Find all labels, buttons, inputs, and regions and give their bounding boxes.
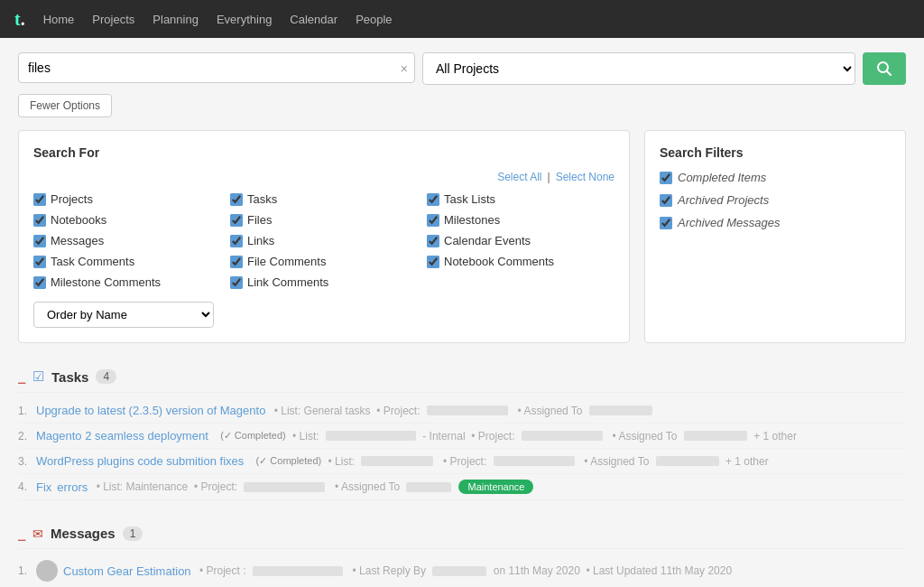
- search-for-header: Select All | Select None: [33, 171, 614, 183]
- task-meta: • List: Maintenance • Project: • Assigne…: [93, 480, 451, 493]
- fewer-options-button[interactable]: Fewer Options: [18, 94, 112, 117]
- logo: t.: [14, 9, 25, 30]
- project-select-wrap: All Projects: [422, 52, 855, 85]
- search-button[interactable]: [863, 52, 906, 85]
- nav-planning[interactable]: Planning: [152, 13, 199, 26]
- filter-archived[interactable]: [660, 194, 672, 207]
- filter-archivedmsg-label: Archived Messages: [678, 216, 780, 229]
- cb-notebookcomments[interactable]: [427, 256, 439, 268]
- task-meta: • List: General tasks • Project: • Assig…: [271, 405, 652, 417]
- search-icon: [875, 60, 893, 78]
- cb-messages-item[interactable]: Messages: [33, 234, 221, 247]
- task-list: 1. Upgrade to latest (2.3.5) version of …: [18, 398, 906, 500]
- cb-milestones-item[interactable]: Milestones: [427, 213, 614, 227]
- task-link[interactable]: Magento 2 seamless deployment: [36, 429, 208, 443]
- results: ⎯ ☑ Tasks 4 1. Upgrade to latest (2.3.5)…: [18, 361, 906, 587]
- filter-completed-label: Completed Items: [678, 171, 766, 184]
- tasks-section-header: ⎯ ☑ Tasks 4: [18, 361, 906, 393]
- cb-notebookcomments-item[interactable]: Notebook Comments: [427, 255, 614, 268]
- navbar: t. Home Projects Planning Everything Cal…: [0, 0, 924, 38]
- cb-linkcomments[interactable]: [230, 276, 243, 289]
- select-all-link[interactable]: Select All: [497, 171, 541, 183]
- cb-milestonecomments-item[interactable]: Milestone Comments: [33, 275, 221, 289]
- filter-archivedmsg-item[interactable]: Archived Messages: [660, 216, 891, 229]
- filter-archivedmsg[interactable]: [660, 217, 672, 229]
- tasks-section-title: Tasks: [51, 369, 88, 385]
- task-num: 3.: [18, 455, 36, 468]
- nav-home[interactable]: Home: [43, 13, 75, 26]
- cb-milestones[interactable]: [427, 214, 439, 227]
- checkbox-grid: Projects Tasks Task Lists Notebooks File…: [33, 192, 614, 289]
- cb-notebooks[interactable]: [33, 214, 46, 227]
- messages-list: 1. Custom Gear Estimation • Project : • …: [18, 554, 906, 587]
- search-filters-title: Search Filters: [660, 145, 891, 160]
- cb-filecomments[interactable]: [230, 256, 243, 268]
- task-num: 4.: [18, 480, 36, 493]
- cb-tasklists[interactable]: [427, 193, 439, 206]
- filter-completed-item[interactable]: Completed Items: [660, 171, 891, 184]
- task-meta: (✓ Completed) • List: - Internal • Proje…: [214, 430, 797, 443]
- cb-calendarevents[interactable]: [427, 235, 439, 247]
- cb-calendarevents-item[interactable]: Calendar Events: [427, 234, 614, 247]
- messages-icon: ✉: [32, 526, 43, 541]
- nav-people[interactable]: People: [356, 13, 392, 26]
- avatar: [36, 560, 58, 582]
- clear-icon[interactable]: ×: [401, 61, 408, 76]
- filter-completed[interactable]: [660, 172, 672, 184]
- task-link[interactable]: Fix: [36, 480, 51, 494]
- messages-count: 1: [123, 526, 143, 541]
- cb-tasks-item[interactable]: Tasks: [230, 192, 418, 206]
- messages-collapse-icon[interactable]: ⎯: [18, 526, 25, 541]
- filter-archived-label: Archived Projects: [678, 193, 769, 207]
- task-num: 1.: [18, 405, 36, 417]
- nav-everything[interactable]: Everything: [217, 13, 272, 26]
- order-select[interactable]: Order by Name Order by Date Order by Rel…: [33, 302, 214, 328]
- msg-meta: • Project : • Last Reply By on 11th May …: [197, 564, 733, 577]
- cb-projects[interactable]: [33, 193, 46, 206]
- table-row: 3. WordPress plugins code submition fixe…: [18, 449, 906, 474]
- msg-link[interactable]: Custom Gear Estimation: [63, 564, 191, 578]
- tasks-section: ⎯ ☑ Tasks 4 1. Upgrade to latest (2.3.5)…: [18, 361, 906, 500]
- nav-calendar[interactable]: Calendar: [290, 13, 337, 26]
- cb-notebooks-item[interactable]: Notebooks: [33, 213, 221, 227]
- cb-taskcomments-item[interactable]: Task Comments: [33, 255, 221, 268]
- cb-links-item[interactable]: Links: [230, 234, 418, 247]
- project-select[interactable]: All Projects: [422, 52, 855, 85]
- filter-archived-item[interactable]: Archived Projects: [660, 193, 891, 207]
- list-item: 1. Custom Gear Estimation • Project : • …: [18, 554, 906, 587]
- task-link-errors[interactable]: errors: [57, 480, 88, 494]
- messages-section-header: ⎯ ✉ Messages 1: [18, 518, 906, 549]
- task-num: 2.: [18, 430, 36, 443]
- task-meta: (✓ Completed) • List: • Project: • Assig…: [249, 455, 768, 468]
- cb-milestonecomments[interactable]: [33, 276, 46, 289]
- search-filters-panel: Search Filters Completed Items Archived …: [644, 130, 906, 343]
- cb-tasks[interactable]: [230, 193, 243, 206]
- table-row: 2. Magento 2 seamless deployment (✓ Comp…: [18, 424, 906, 449]
- cb-tasklists-item[interactable]: Task Lists: [427, 192, 614, 206]
- tasks-checkbox-icon: ☑: [32, 368, 44, 385]
- msg-num: 1.: [18, 564, 36, 577]
- divider: |: [548, 171, 550, 183]
- nav-projects[interactable]: Projects: [92, 13, 134, 26]
- select-none-link[interactable]: Select None: [556, 171, 614, 183]
- cb-files-item[interactable]: Files: [230, 213, 418, 227]
- search-for-title: Search For: [33, 145, 614, 160]
- cb-linkcomments-item[interactable]: Link Comments: [230, 275, 418, 289]
- cb-links[interactable]: [230, 235, 243, 247]
- messages-section: ⎯ ✉ Messages 1 1. Custom Gear Estimation…: [18, 518, 906, 587]
- search-bar: × All Projects: [18, 52, 906, 85]
- cb-messages[interactable]: [33, 235, 46, 247]
- task-link[interactable]: Upgrade to latest (2.3.5) version of Mag…: [36, 404, 265, 417]
- tasks-count: 4: [96, 369, 116, 384]
- search-input[interactable]: [18, 52, 415, 83]
- search-for-panel: Search For Select All | Select None Proj…: [18, 130, 630, 343]
- maintenance-badge: Maintenance: [458, 480, 533, 494]
- tasks-collapse-icon[interactable]: ⎯: [18, 369, 25, 384]
- cb-files[interactable]: [230, 214, 243, 227]
- cb-taskcomments[interactable]: [33, 256, 46, 268]
- main-content: × All Projects Fewer Options Search For …: [0, 38, 924, 587]
- task-link[interactable]: WordPress plugins code submition fixes: [36, 454, 244, 468]
- search-panel: Search For Select All | Select None Proj…: [18, 130, 906, 343]
- cb-projects-item[interactable]: Projects: [33, 192, 221, 206]
- cb-filecomments-item[interactable]: File Comments: [230, 255, 418, 268]
